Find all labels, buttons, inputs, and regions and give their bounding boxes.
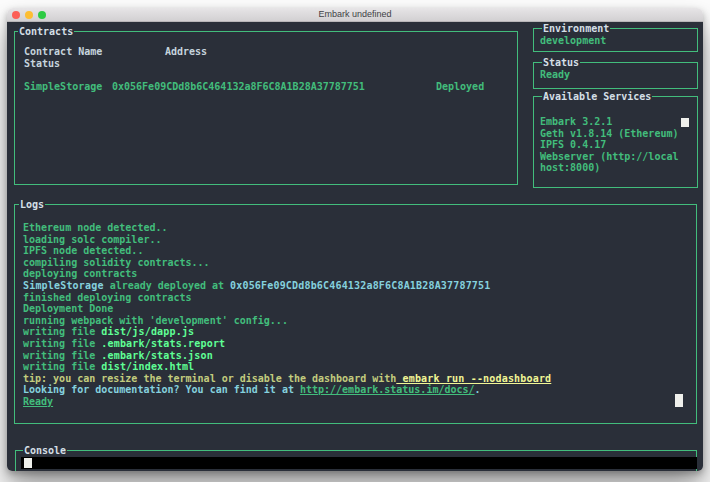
log-segment: running webpack with 'development' confi… bbox=[23, 315, 288, 326]
log-line: deploying contracts bbox=[23, 268, 551, 280]
logs-panel: Logs Ethereum node detected..loading sol… bbox=[14, 204, 697, 424]
contracts-header-status: Status bbox=[24, 58, 60, 70]
log-segment: . bbox=[475, 384, 481, 395]
app-window: Embark undefined Contracts Contract Name… bbox=[7, 8, 703, 471]
log-segment: .embark/stats.json bbox=[101, 350, 213, 361]
status-panel-title: Status bbox=[542, 57, 580, 68]
contracts-header-address: Address bbox=[165, 46, 207, 58]
log-line: running webpack with 'development' confi… bbox=[23, 315, 551, 327]
service-line: Webserver (http://local bbox=[540, 151, 678, 163]
log-line: writing file .embark/stats.report bbox=[23, 338, 551, 350]
log-line: compiling solidity contracts... bbox=[23, 257, 551, 269]
log-line: tip: you can resize the terminal or disa… bbox=[23, 373, 551, 385]
console-panel-title: Console bbox=[23, 445, 67, 456]
log-segment: Ready bbox=[23, 396, 53, 407]
console-cursor bbox=[24, 458, 32, 468]
log-line: Ethereum node detected.. bbox=[23, 222, 551, 234]
services-list: Embark 3.2.1Geth v1.8.14 (Ethereum)IPFS … bbox=[540, 116, 678, 174]
log-segment: Ethereum node detected.. bbox=[23, 222, 168, 233]
service-line: host:8000) bbox=[540, 162, 678, 174]
service-line: Embark 3.2.1 bbox=[540, 116, 678, 128]
contracts-panel: Contracts Contract Name Address Status S… bbox=[14, 31, 518, 185]
log-segment: SimpleStorage bbox=[23, 280, 104, 291]
window-title: Embark undefined bbox=[7, 9, 703, 19]
log-segment: compiling solidity contracts... bbox=[23, 257, 210, 268]
log-segment: dist/index.html bbox=[101, 361, 194, 372]
service-line: IPFS 0.4.17 bbox=[540, 139, 678, 151]
log-segment: .embark/stats.report bbox=[101, 338, 225, 349]
logs-list: Ethereum node detected..loading solc com… bbox=[23, 222, 551, 408]
log-segment: writing file bbox=[23, 350, 101, 361]
contract-row-name: SimpleStorage bbox=[24, 81, 102, 93]
status-value: Ready bbox=[540, 69, 570, 81]
log-line: Looking for documentation? You can find … bbox=[23, 384, 551, 396]
log-link[interactable]: http://embark.status.im/docs/ bbox=[300, 384, 475, 395]
log-segment: Looking for documentation? You can find … bbox=[23, 384, 300, 395]
log-segment: dist/js/dapp.js bbox=[101, 326, 194, 337]
log-segment: loading solc compiler.. bbox=[23, 234, 161, 245]
log-line: loading solc compiler.. bbox=[23, 234, 551, 246]
environment-panel: Environment development bbox=[533, 28, 698, 52]
contract-row-address: 0x056Fe09CDd8b6C464132a8F6C8A1B28A377877… bbox=[112, 81, 365, 93]
logs-panel-title: Logs bbox=[19, 199, 45, 210]
status-panel: Status Ready bbox=[533, 62, 698, 89]
log-segment: finished deploying contracts bbox=[23, 292, 192, 303]
log-line: writing file .embark/stats.json bbox=[23, 350, 551, 362]
logs-cursor bbox=[675, 394, 683, 407]
environment-value: development bbox=[540, 35, 606, 47]
log-segment: tip: you can resize the terminal or disa… bbox=[23, 373, 396, 384]
log-line: writing file dist/index.html bbox=[23, 361, 551, 373]
log-segment: writing file bbox=[23, 326, 101, 337]
log-segment: IPFS node detected.. bbox=[23, 245, 143, 256]
log-segment: deploying contracts bbox=[23, 268, 137, 279]
log-segment: already deployed at bbox=[104, 280, 230, 291]
log-segment: 0x056Fe09CDd8b6C464132a8F6C8A1B28A377877… bbox=[230, 280, 490, 291]
services-panel-title: Available Services bbox=[542, 91, 652, 102]
log-line: IPFS node detected.. bbox=[23, 245, 551, 257]
log-line: SimpleStorage already deployed at 0x056F… bbox=[23, 280, 551, 292]
console-input[interactable] bbox=[21, 457, 697, 469]
contract-row-status: Deployed bbox=[436, 81, 484, 93]
log-line: Ready bbox=[23, 396, 551, 408]
contracts-header-name: Contract Name bbox=[24, 46, 102, 58]
log-segment: embark run --nodashboard bbox=[396, 373, 551, 384]
console-panel: Console bbox=[15, 450, 697, 471]
contracts-panel-title: Contracts bbox=[18, 26, 74, 37]
terminal: Contracts Contract Name Address Status S… bbox=[7, 22, 703, 471]
services-scrollbar-thumb[interactable] bbox=[681, 118, 689, 127]
titlebar: Embark undefined bbox=[7, 8, 703, 22]
service-line: Geth v1.8.14 (Ethereum) bbox=[540, 128, 678, 140]
log-line: Deployment Done bbox=[23, 303, 551, 315]
log-segment: writing file bbox=[23, 338, 101, 349]
log-segment: Deployment Done bbox=[23, 303, 113, 314]
services-panel: Available Services Embark 3.2.1Geth v1.8… bbox=[533, 96, 698, 188]
log-line: writing file dist/js/dapp.js bbox=[23, 326, 551, 338]
log-segment: writing file bbox=[23, 361, 101, 372]
log-line: finished deploying contracts bbox=[23, 292, 551, 304]
environment-panel-title: Environment bbox=[542, 23, 610, 34]
